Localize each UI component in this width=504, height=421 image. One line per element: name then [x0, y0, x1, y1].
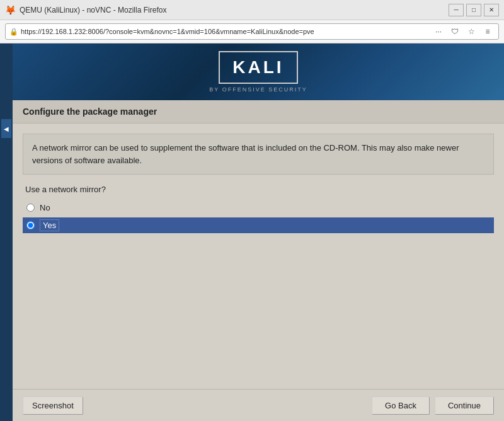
window-controls[interactable]: ─ □ ✕ [449, 4, 499, 16]
address-bar: 🔒 https://192.168.1.232:8006/?console=kv… [0, 20, 504, 43]
page-title: Configure the package manager [23, 107, 157, 117]
installer-area: KALI BY OFFENSIVE SECURITY Configure the… [13, 43, 504, 421]
label-no: No [40, 203, 50, 212]
sidebar-strip: ◀ [0, 43, 13, 421]
continue-button[interactable]: Continue [435, 396, 494, 415]
sidebar-toggle[interactable]: ◀ [1, 119, 11, 138]
kali-logo-border: KALI [219, 51, 297, 84]
installer-body: Configure the package manager A network … [13, 100, 504, 421]
maximize-button[interactable]: □ [466, 4, 481, 16]
address-field[interactable]: 🔒 https://192.168.1.232:8006/?console=kv… [5, 23, 499, 40]
label-yes: Yes [40, 219, 59, 231]
kali-brand-text: KALI [232, 57, 284, 77]
title-bar: 🦊 QEMU (KaliLinux) - noVNC - Mozilla Fir… [0, 0, 504, 20]
screenshot-button[interactable]: Screenshot [23, 396, 83, 415]
sidebar-arrow-icon: ◀ [4, 125, 9, 132]
info-box: A network mirror can be used to suppleme… [23, 134, 494, 175]
option-no[interactable]: No [23, 200, 494, 215]
kali-header: KALI BY OFFENSIVE SECURITY [13, 43, 504, 100]
lock-icon: 🔒 [9, 28, 18, 36]
shield-icon[interactable]: 🛡 [448, 25, 462, 38]
radio-no[interactable] [26, 204, 35, 212]
close-button[interactable]: ✕ [484, 4, 499, 16]
radio-yes[interactable] [26, 221, 35, 229]
go-back-button[interactable]: Go Back [372, 396, 430, 415]
nav-buttons: Go Back Continue [372, 396, 494, 415]
minimize-button[interactable]: ─ [449, 4, 464, 16]
bottom-bar: Screenshot Go Back Continue [13, 389, 504, 421]
option-yes-row[interactable]: Yes [23, 217, 494, 233]
bookmark-icon[interactable]: ☆ [464, 25, 478, 38]
window-title: QEMU (KaliLinux) - noVNC - Mozilla Firef… [20, 6, 166, 14]
menu-icon[interactable]: ≡ [481, 25, 495, 38]
kali-subtitle-text: BY OFFENSIVE SECURITY [209, 86, 307, 93]
question-text: Use a network mirror? [25, 185, 106, 194]
page-title-bar: Configure the package manager [13, 100, 504, 124]
firefox-icon: 🦊 [5, 5, 16, 15]
content-area: A network mirror can be used to suppleme… [13, 124, 504, 389]
more-options-button[interactable]: ··· [432, 25, 445, 38]
url-text: https://192.168.1.232:8006/?console=kvm&… [21, 28, 432, 35]
kali-logo: KALI BY OFFENSIVE SECURITY [209, 51, 307, 93]
question-label: Use a network mirror? [23, 185, 494, 194]
info-text: A network mirror can be used to suppleme… [32, 143, 459, 165]
main-content: ◀ KALI BY OFFENSIVE SECURITY Configure t… [0, 43, 504, 421]
radio-group: No Yes [23, 200, 494, 233]
